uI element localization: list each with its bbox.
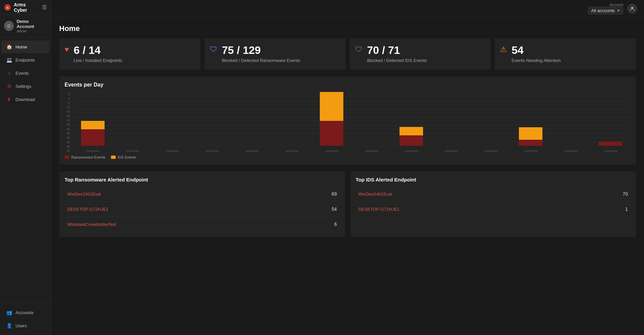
x-label: 12/04/2024 (391, 149, 431, 153)
endpoint-row: WinDev2401Eval 70 (356, 187, 631, 202)
accounts-icon: 👥 (6, 309, 12, 315)
legend-item: Ransomware Events (65, 155, 106, 159)
ids-bar (81, 121, 105, 129)
sidebar-item-home[interactable]: 🏠 Home (1, 40, 49, 53)
y-label: 52 (65, 149, 70, 153)
endpoints-stat-icon: ♥ (65, 45, 69, 54)
sidebar-item-download[interactable]: ⬇ Download (1, 93, 49, 106)
y-label: 48 (65, 145, 70, 148)
endpoint-name[interactable]: WinDev2401Eval (67, 192, 101, 197)
chart-area: 524844403632282420161284011/26/202411/27… (65, 92, 631, 153)
y-label: 16 (65, 110, 70, 113)
endpoint-name[interactable]: WinDev2401Eval (358, 192, 392, 197)
endpoint-name[interactable]: WindowsCrowdstrikeTest (67, 222, 116, 227)
user-profile-icon[interactable] (627, 4, 637, 14)
sidebar-item-events[interactable]: ⚠ Events (1, 67, 49, 79)
attention-stat-icon: ⚠ (500, 45, 507, 54)
bar-stack (519, 127, 542, 146)
sidebar-item-accounts[interactable]: 👥 Accounts (1, 306, 49, 319)
bar-group (392, 92, 431, 146)
ids-endpoints-title: Top IDS Alerted Endpoint (356, 177, 631, 182)
account-selector[interactable]: Account All accounts ▼ (588, 3, 623, 14)
x-label: 11/30/2024 (232, 149, 272, 153)
attention-stat-label: Events Needing Attention (512, 58, 561, 64)
bar-group (113, 92, 152, 146)
bar-stack (599, 142, 622, 146)
y-label: 44 (65, 140, 70, 144)
y-label: 32 (65, 127, 70, 131)
bar-stack (320, 92, 343, 146)
endpoints-icon: 💻 (6, 57, 12, 63)
ransomware-endpoints-title: Top Ransomware Alerted Endpoint (65, 177, 340, 182)
account-selector-dropdown[interactable]: All accounts ▼ (588, 7, 623, 14)
bar-group (551, 92, 590, 146)
endpoint-count: 69 (332, 191, 337, 197)
chart-bars-area: 11/26/202411/27/202411/28/202411/29/2024… (73, 92, 631, 153)
legend-label: IDS Events (118, 155, 136, 159)
stat-cards: ♥ 6 / 14 Live / Installed Endpoints 🛡 75… (59, 38, 636, 70)
bar-group (471, 92, 510, 146)
bar-group (431, 92, 470, 146)
ransomware-bar (519, 140, 542, 146)
sidebar-item-label-users: Users (15, 323, 27, 328)
ransomware-stat-number: 75 / 129 (222, 44, 300, 56)
x-label: 11/28/2024 (152, 149, 192, 153)
legend-item: IDS Events (111, 155, 136, 159)
sidebar-item-label-events: Events (15, 71, 29, 76)
sidebar-item-label-endpoints: Endpoints (15, 58, 35, 63)
sidebar-item-endpoints[interactable]: 💻 Endpoints (1, 54, 49, 66)
bar-group (511, 92, 550, 146)
legend-color-swatch (111, 156, 116, 159)
page-title: Home (59, 24, 636, 33)
y-label: 20 (65, 114, 70, 118)
sidebar-bottom: 👥 Accounts 👤 Users (0, 303, 51, 335)
account-info: Demo Account admin (16, 19, 47, 33)
sidebar-item-settings[interactable]: ⚙ Settings (1, 80, 49, 93)
chart-y-axis: 5248444036322824201612840 (65, 92, 73, 153)
bar-group (352, 92, 391, 146)
account-name: Demo Account (16, 19, 47, 29)
sidebar-nav: 🏠 Home 💻 Endpoints ⚠ Events ⚙ Settings ⬇… (0, 37, 51, 303)
bar-group (272, 92, 311, 146)
y-label: 36 (65, 132, 70, 135)
ids-bar (400, 127, 423, 135)
ids-stat-label: Blocked / Detected IDS Events (367, 58, 427, 64)
endpoint-name[interactable]: DESKTOP-G72HJE1 (358, 207, 400, 212)
endpoint-count: 6 (334, 222, 337, 227)
sidebar-item-label-download: Download (15, 97, 35, 102)
ransomware-stat-label: Blocked / Detected Ransomware Events (222, 58, 300, 64)
ids-stat-icon: 🛡 (355, 45, 363, 54)
x-label: 12/03/2024 (352, 149, 392, 153)
arms-cyber-logo-icon: A (4, 4, 11, 11)
endpoints-stat-info: 6 / 14 Live / Installed Endpoints (74, 44, 122, 64)
account-role: admin (16, 29, 47, 33)
home-icon: 🏠 (6, 44, 12, 50)
ransomware-bar (81, 129, 105, 146)
endpoint-name[interactable]: DESKTOP-G72HJE1 (67, 207, 109, 212)
sidebar-item-users[interactable]: 👤 Users (1, 319, 49, 332)
y-label: 8 (65, 101, 70, 104)
endpoint-row: DESKTOP-G72HJE1 54 (65, 202, 340, 217)
stat-card-attention: ⚠ 54 Events Needing Attention (495, 38, 636, 70)
x-label: 11/27/2024 (113, 149, 153, 153)
download-icon: ⬇ (6, 96, 12, 102)
endpoint-count: 1 (625, 206, 628, 212)
bar-stack (81, 121, 105, 146)
ids-endpoints-card: Top IDS Alerted Endpoint WinDev2401Eval … (350, 171, 636, 237)
svg-text:A: A (6, 5, 9, 9)
bar-group (153, 92, 192, 146)
topbar: Account All accounts ▼ (51, 0, 644, 18)
ransomware-bar (400, 135, 423, 146)
y-label: 28 (65, 123, 70, 126)
account-selector-value: All accounts (591, 8, 615, 13)
sidebar: A Arms Cyber ☰ D Demo Account admin 🏠 Ho… (0, 0, 51, 335)
x-label: 12/09/2024 (591, 149, 631, 153)
svg-point-2 (631, 7, 633, 9)
dropdown-arrow-icon: ▼ (617, 9, 620, 12)
hamburger-icon[interactable]: ☰ (42, 4, 47, 10)
users-icon: 👤 (6, 323, 12, 329)
x-label: 11/29/2024 (192, 149, 232, 153)
x-label: 12/01/2024 (272, 149, 312, 153)
x-label: 12/07/2024 (511, 149, 551, 153)
attention-stat-info: 54 Events Needing Attention (512, 44, 561, 64)
